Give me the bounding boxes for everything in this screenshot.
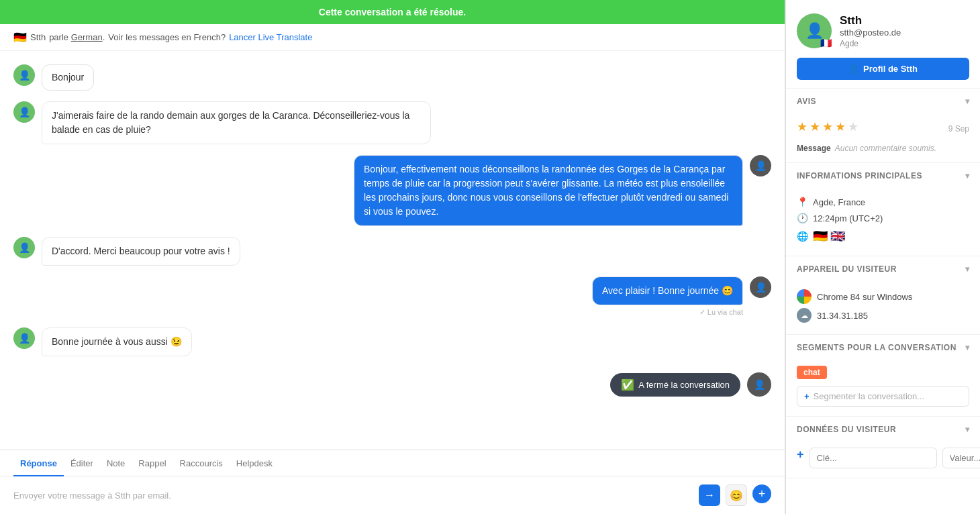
info-location-text: Agde, France (813, 197, 865, 207)
person-icon: 👤 (848, 64, 859, 74)
profile-btn-label: Profil de Stth (863, 64, 918, 74)
globe-icon: 🌐 (797, 231, 807, 242)
add-button[interactable]: + (752, 484, 771, 503)
segment-input-placeholder: Segmenter la conversation... (814, 391, 924, 401)
browser-text: Chrome 84 sur Windows (817, 292, 912, 302)
message-meta: ✓ Lu via chat (699, 308, 743, 317)
section-header-donnees[interactable]: DONNÉES DU VISITEUR ▾ (786, 417, 980, 442)
add-data-icon[interactable]: + (797, 448, 804, 468)
tab-note[interactable]: Note (100, 450, 132, 476)
star-4: ★ (835, 119, 846, 134)
closed-text: A fermé la conversation (638, 380, 730, 390)
tab-reponse[interactable]: Réponse (13, 450, 64, 476)
location-pin-icon: 📍 (797, 197, 807, 207)
agent-avatar: 👤 (750, 155, 771, 176)
message-bubble: D'accord. Merci beaucoup pour votre avis… (42, 237, 240, 266)
language-prompt: Voir les messages en French? (108, 32, 226, 42)
chat-container: Cette conversation a été résolue. 🇩🇪 Stt… (0, 0, 785, 514)
rating-date: 9 Sep (948, 124, 969, 134)
live-translate-link[interactable]: Lancer Live Translate (229, 32, 312, 42)
flag-gb: 🇬🇧 (830, 229, 845, 244)
contact-flag-badge: 🇫🇷 (820, 38, 832, 48)
message-bubble-outgoing: Bonjour, effectivement nous déconseillon… (354, 155, 743, 226)
message-text: Avec plaisir ! Bonne journée 😊 (602, 285, 733, 296)
emoji-button[interactable]: 😊 (726, 484, 747, 506)
chevron-down-icon: ▾ (965, 97, 970, 106)
segment-input[interactable]: + Segmenter la conversation... (797, 386, 969, 407)
value-input[interactable] (942, 448, 980, 468)
ip-text: 31.34.31.185 (817, 311, 868, 321)
message-row-outgoing: Bonjour, effectivement nous déconseillon… (13, 155, 771, 226)
tab-rappel[interactable]: Rappel (132, 450, 173, 476)
contact-avatar: 👤 🇫🇷 (797, 13, 832, 48)
contact-header: 👤 🇫🇷 Stth stth@posteo.de Agde 👤 Profil d… (786, 0, 980, 89)
contact-details: Stth stth@posteo.de Agde (840, 14, 901, 48)
chevron-down-icon: ▾ (965, 171, 970, 181)
section-segments-label: SEGMENTS POUR LA CONVERSATION (797, 343, 957, 352)
message-row: 👤 D'accord. Merci beaucoup pour votre av… (13, 237, 771, 266)
chevron-down-icon: ▾ (965, 343, 970, 352)
language-name: German (71, 32, 103, 42)
messages-area: 👤 Bonjour 👤 J'aimerais faire de la rando… (0, 51, 785, 450)
section-avis: AVIS ▾ ★ ★ ★ ★ ★ 9 Sep Message Aucun com… (786, 89, 980, 163)
agent-avatar: 👤 (750, 276, 771, 298)
section-informations-label: INFORMATIONS PRINCIPALES (797, 171, 922, 181)
closed-conversation-badge: ✅ A fermé la conversation 👤 (13, 372, 771, 397)
tab-raccourcis[interactable]: Raccourcis (173, 450, 230, 476)
compose-actions: → 😊 + (699, 484, 771, 506)
segment-tag-chat: chat (797, 366, 827, 379)
section-header-appareil[interactable]: APPAREIL DU VISITEUR ▾ (786, 256, 980, 282)
section-content-segments: chat + Segmenter la conversation... (786, 360, 980, 416)
section-segments: SEGMENTS POUR LA CONVERSATION ▾ chat + S… (786, 335, 980, 417)
tab-editer[interactable]: Éditer (64, 450, 100, 476)
check-icon: ✅ (621, 378, 634, 391)
message-bubble: J'aimerais faire de la rando demain aux … (42, 101, 431, 144)
profile-button[interactable]: 👤 Profil de Stth (797, 58, 969, 80)
section-avis-label: AVIS (797, 97, 816, 106)
right-sidebar: 👤 🇫🇷 Stth stth@posteo.de Agde 👤 Profil d… (785, 0, 980, 514)
ip-row: ☁ 31.34.31.185 (797, 306, 969, 325)
contact-info: 👤 🇫🇷 Stth stth@posteo.de Agde (797, 13, 969, 48)
language-agent: Stth (30, 32, 46, 42)
section-header-avis[interactable]: AVIS ▾ (786, 89, 980, 114)
clock-icon: 🕐 (797, 213, 807, 223)
section-header-segments[interactable]: SEGMENTS POUR LA CONVERSATION ▾ (786, 335, 980, 360)
message-row-outgoing: Avec plaisir ! Bonne journée 😊 ✓ Lu via … (13, 276, 771, 317)
rating-row: ★ ★ ★ ★ ★ 9 Sep (797, 119, 969, 138)
star-5: ★ (848, 119, 859, 134)
info-time-row: 🕐 12:24pm (UTC+2) (797, 210, 969, 226)
avatar: 👤 (13, 101, 35, 123)
tab-helpdesk[interactable]: Helpdesk (230, 450, 279, 476)
resolved-banner: Cette conversation a été résolue. (0, 0, 785, 24)
contact-location: Agde (840, 39, 901, 48)
star-1: ★ (797, 119, 807, 134)
section-appareil-label: APPAREIL DU VISITEUR (797, 264, 897, 274)
closer-avatar: 👤 (747, 372, 771, 397)
message-value: Aucun commentaire soumis. (835, 144, 936, 153)
contact-email: stth@posteo.de (840, 28, 901, 38)
flags-row: 🇩🇪 🇬🇧 (813, 229, 845, 244)
message-row-avis: Message Aucun commentaire soumis. (797, 144, 969, 153)
message-text: Bonjour (52, 72, 84, 83)
contact-name: Stth (840, 14, 901, 28)
stars-rating: ★ ★ ★ ★ ★ (797, 119, 859, 134)
section-donnees: DONNÉES DU VISITEUR ▾ + (786, 417, 980, 478)
avatar: 👤 (13, 237, 35, 258)
avatar: 👤 (13, 327, 35, 349)
compose-placeholder[interactable]: Envoyer votre message à Stth par email. (13, 491, 699, 501)
section-header-informations[interactable]: INFORMATIONS PRINCIPALES ▾ (786, 163, 980, 189)
section-informations: INFORMATIONS PRINCIPALES ▾ 📍 Agde, Franc… (786, 163, 980, 256)
bottom-area: Réponse Éditer Note Rappel Raccourcis He… (0, 450, 785, 514)
message-bubble-outgoing: Avec plaisir ! Bonne journée 😊 (592, 276, 743, 305)
info-flags-row: 🌐 🇩🇪 🇬🇧 (797, 226, 969, 246)
message-row: 👤 Bonne journée à vous aussi 😉 (13, 327, 771, 356)
message-text: J'aimerais faire de la rando demain aux … (52, 110, 409, 135)
section-content-donnees: + (786, 442, 980, 478)
send-button[interactable]: → (699, 484, 720, 506)
message-text: Bonjour, effectivement nous déconseillon… (364, 164, 728, 217)
info-time-text: 12:24pm (UTC+2) (813, 213, 883, 223)
browser-row: Chrome 84 sur Windows (797, 287, 969, 306)
info-location-row: 📍 Agde, France (797, 194, 969, 210)
key-input[interactable] (810, 448, 937, 468)
star-3: ★ (822, 119, 833, 134)
